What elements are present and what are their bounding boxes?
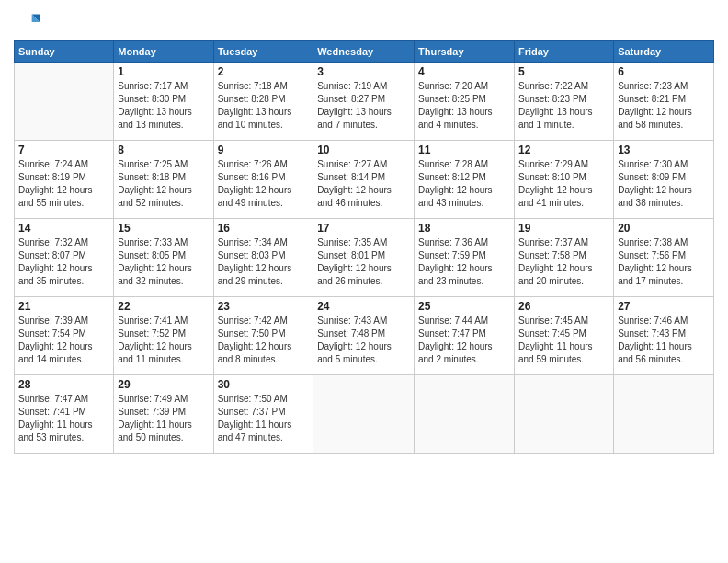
day-number: 24 [317,300,410,313]
calendar-cell: 6Sunrise: 7:23 AMSunset: 8:21 PMDaylight… [614,63,714,141]
calendar-cell [415,375,515,454]
day-info: Sunrise: 7:17 AMSunset: 8:30 PMDaylight:… [118,80,209,132]
calendar-cell [514,375,613,454]
day-number: 11 [418,144,510,156]
day-info: Sunrise: 7:30 AMSunset: 8:09 PMDaylight:… [618,158,710,210]
calendar-cell: 21Sunrise: 7:39 AMSunset: 7:54 PMDayligh… [15,297,114,375]
day-number: 17 [317,222,410,235]
calendar-cell: 17Sunrise: 7:35 AMSunset: 8:01 PMDayligh… [313,219,415,297]
calendar-cell [614,375,714,454]
logo-icon [14,9,40,35]
day-info: Sunrise: 7:49 AMSunset: 7:39 PMDaylight:… [118,393,209,444]
day-number: 15 [118,222,209,235]
day-number: 3 [317,65,410,78]
calendar-cell: 10Sunrise: 7:27 AMSunset: 8:14 PMDayligh… [313,141,415,219]
calendar-cell: 15Sunrise: 7:33 AMSunset: 8:05 PMDayligh… [114,219,213,297]
day-info: Sunrise: 7:33 AMSunset: 8:05 PMDaylight:… [118,236,209,288]
header [14,9,714,35]
day-header: Sunday [15,41,114,63]
calendar-cell: 5Sunrise: 7:22 AMSunset: 8:23 PMDaylight… [514,63,613,141]
calendar-cell: 20Sunrise: 7:38 AMSunset: 7:56 PMDayligh… [614,219,714,297]
day-number: 14 [18,222,109,235]
day-number: 29 [118,378,209,391]
day-info: Sunrise: 7:35 AMSunset: 8:01 PMDaylight:… [317,236,410,288]
logo [14,9,43,35]
calendar-cell: 1Sunrise: 7:17 AMSunset: 8:30 PMDaylight… [114,63,213,141]
day-number: 2 [218,65,310,78]
day-info: Sunrise: 7:29 AMSunset: 8:10 PMDaylight:… [518,158,609,210]
calendar-cell: 3Sunrise: 7:19 AMSunset: 8:27 PMDaylight… [313,63,415,141]
calendar-cell: 24Sunrise: 7:43 AMSunset: 7:48 PMDayligh… [313,297,415,375]
day-info: Sunrise: 7:27 AMSunset: 8:14 PMDaylight:… [317,158,410,210]
day-info: Sunrise: 7:41 AMSunset: 7:52 PMDaylight:… [118,315,209,366]
day-number: 4 [418,65,510,78]
day-info: Sunrise: 7:34 AMSunset: 8:03 PMDaylight:… [218,236,310,288]
day-number: 27 [618,300,710,313]
calendar-cell: 13Sunrise: 7:30 AMSunset: 8:09 PMDayligh… [614,141,714,219]
calendar-cell: 4Sunrise: 7:20 AMSunset: 8:25 PMDaylight… [415,63,515,141]
day-number: 7 [18,144,109,156]
calendar-week-row: 1Sunrise: 7:17 AMSunset: 8:30 PMDaylight… [15,63,714,141]
day-number: 28 [18,378,109,391]
day-header: Tuesday [213,41,313,63]
day-info: Sunrise: 7:24 AMSunset: 8:19 PMDaylight:… [18,158,109,210]
calendar-cell: 11Sunrise: 7:28 AMSunset: 8:12 PMDayligh… [415,141,515,219]
day-info: Sunrise: 7:28 AMSunset: 8:12 PMDaylight:… [418,158,510,210]
day-number: 12 [518,144,609,156]
calendar-cell: 25Sunrise: 7:44 AMSunset: 7:47 PMDayligh… [415,297,515,375]
day-header: Wednesday [313,41,415,63]
calendar-cell: 7Sunrise: 7:24 AMSunset: 8:19 PMDaylight… [15,141,114,219]
day-header: Monday [114,41,213,63]
day-header: Thursday [415,41,515,63]
day-number: 16 [218,222,310,235]
calendar-cell: 22Sunrise: 7:41 AMSunset: 7:52 PMDayligh… [114,297,213,375]
day-info: Sunrise: 7:42 AMSunset: 7:50 PMDaylight:… [218,315,310,366]
day-header: Friday [514,41,613,63]
page: SundayMondayTuesdayWednesdayThursdayFrid… [0,0,728,563]
day-number: 22 [118,300,209,313]
day-info: Sunrise: 7:20 AMSunset: 8:25 PMDaylight:… [418,80,510,132]
calendar-cell [15,63,114,141]
calendar-cell: 16Sunrise: 7:34 AMSunset: 8:03 PMDayligh… [213,219,313,297]
day-info: Sunrise: 7:43 AMSunset: 7:48 PMDaylight:… [317,315,410,366]
calendar-week-row: 14Sunrise: 7:32 AMSunset: 8:07 PMDayligh… [15,219,714,297]
day-info: Sunrise: 7:18 AMSunset: 8:28 PMDaylight:… [218,80,310,132]
calendar-cell: 30Sunrise: 7:50 AMSunset: 7:37 PMDayligh… [213,375,313,454]
calendar-week-row: 28Sunrise: 7:47 AMSunset: 7:41 PMDayligh… [15,375,714,454]
calendar-week-row: 21Sunrise: 7:39 AMSunset: 7:54 PMDayligh… [15,297,714,375]
calendar-cell: 2Sunrise: 7:18 AMSunset: 8:28 PMDaylight… [213,63,313,141]
day-info: Sunrise: 7:44 AMSunset: 7:47 PMDaylight:… [418,315,510,366]
day-header: Saturday [614,41,714,63]
day-number: 26 [518,300,609,313]
day-info: Sunrise: 7:36 AMSunset: 7:59 PMDaylight:… [418,236,510,288]
day-number: 6 [618,65,710,78]
day-info: Sunrise: 7:32 AMSunset: 8:07 PMDaylight:… [18,236,109,288]
day-info: Sunrise: 7:19 AMSunset: 8:27 PMDaylight:… [317,80,410,132]
calendar-cell: 14Sunrise: 7:32 AMSunset: 8:07 PMDayligh… [15,219,114,297]
calendar-week-row: 7Sunrise: 7:24 AMSunset: 8:19 PMDaylight… [15,141,714,219]
calendar-cell: 23Sunrise: 7:42 AMSunset: 7:50 PMDayligh… [213,297,313,375]
day-info: Sunrise: 7:23 AMSunset: 8:21 PMDaylight:… [618,80,710,132]
day-info: Sunrise: 7:22 AMSunset: 8:23 PMDaylight:… [518,80,609,132]
day-number: 21 [18,300,109,313]
day-info: Sunrise: 7:39 AMSunset: 7:54 PMDaylight:… [18,315,109,366]
day-number: 10 [317,144,410,156]
day-number: 9 [218,144,310,156]
day-info: Sunrise: 7:47 AMSunset: 7:41 PMDaylight:… [18,393,109,444]
calendar-cell: 8Sunrise: 7:25 AMSunset: 8:18 PMDaylight… [114,141,213,219]
calendar-cell: 9Sunrise: 7:26 AMSunset: 8:16 PMDaylight… [213,141,313,219]
calendar-cell [313,375,415,454]
calendar-cell: 12Sunrise: 7:29 AMSunset: 8:10 PMDayligh… [514,141,613,219]
calendar-cell: 28Sunrise: 7:47 AMSunset: 7:41 PMDayligh… [15,375,114,454]
day-number: 25 [418,300,510,313]
calendar-header-row: SundayMondayTuesdayWednesdayThursdayFrid… [15,41,714,63]
day-number: 19 [518,222,609,235]
day-number: 1 [118,65,209,78]
day-number: 20 [618,222,710,235]
day-number: 30 [218,378,310,391]
calendar-cell: 18Sunrise: 7:36 AMSunset: 7:59 PMDayligh… [415,219,515,297]
day-info: Sunrise: 7:46 AMSunset: 7:43 PMDaylight:… [618,315,710,366]
day-number: 13 [618,144,710,156]
calendar: SundayMondayTuesdayWednesdayThursdayFrid… [14,40,714,454]
day-info: Sunrise: 7:25 AMSunset: 8:18 PMDaylight:… [118,158,209,210]
